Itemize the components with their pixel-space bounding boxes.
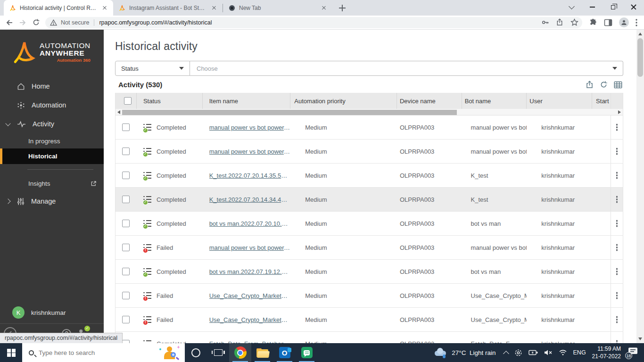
refresh-icon[interactable]	[600, 81, 608, 89]
start-button[interactable]	[0, 343, 22, 362]
sidebar-item-automation[interactable]: Automation	[0, 96, 104, 115]
wifi-icon[interactable]	[559, 349, 567, 356]
item-link[interactable]: manual power vs bot power.202...	[209, 148, 291, 155]
tab-bot-store[interactable]: Instagram Assistant - Bot Store	[113, 0, 223, 16]
row-checkbox[interactable]	[122, 220, 130, 227]
new-tab-button[interactable]	[336, 2, 348, 14]
meet-now-icon[interactable]	[514, 349, 522, 357]
row-actions-menu[interactable]	[612, 267, 622, 276]
task-view-button[interactable]	[207, 343, 229, 362]
share-icon[interactable]	[556, 18, 564, 26]
col-started[interactable]: Start	[592, 93, 611, 109]
notification-center-button[interactable]: 18	[627, 347, 639, 358]
minimize-button[interactable]	[582, 0, 603, 14]
scroll-down-arrow[interactable]	[638, 337, 642, 340]
filter-field-select[interactable]: Status	[115, 61, 190, 76]
row-checkbox[interactable]	[122, 148, 130, 155]
address-bar[interactable]: Not secure rpapoc.omfysgroup.com/#/activ…	[45, 17, 582, 28]
user-text: krishnkumar	[541, 292, 575, 299]
restore-button[interactable]	[603, 0, 623, 14]
filter-value-select[interactable]: Choose	[190, 61, 623, 76]
row-checkbox[interactable]	[122, 316, 130, 323]
taskbar-clock[interactable]: 11:59 AM 21-07-2022	[592, 345, 621, 360]
row-actions-menu[interactable]	[612, 195, 622, 204]
taskbar-file-explorer[interactable]	[251, 343, 273, 362]
taskbar-chrome[interactable]	[229, 343, 251, 362]
taskbar-outlook[interactable]	[273, 343, 296, 362]
scroll-right-arrow[interactable]	[618, 110, 621, 114]
row-checkbox[interactable]	[122, 196, 130, 203]
col-priority[interactable]: Automation priority	[290, 93, 397, 109]
col-bot-name[interactable]: Bot name	[462, 93, 527, 109]
volume-muted-icon[interactable]	[544, 349, 553, 356]
tab-new-tab[interactable]: New Tab	[223, 0, 332, 16]
sidebar-item-activity[interactable]: Activity	[0, 115, 104, 133]
item-link[interactable]: K_test.2022.07.20.14.34.49.krish...	[209, 196, 291, 203]
sidebar-item-home[interactable]: Home	[0, 77, 104, 96]
customize-columns-icon[interactable]	[614, 81, 622, 89]
item-link[interactable]: manual power vs bot power.202...	[209, 124, 291, 131]
forward-icon[interactable]	[16, 16, 29, 29]
reload-icon[interactable]	[29, 16, 42, 29]
row-actions-menu[interactable]	[612, 315, 622, 324]
row-checkbox[interactable]	[122, 123, 130, 131]
taskbar-search[interactable]	[22, 343, 185, 362]
bookmark-star-icon[interactable]	[570, 18, 578, 26]
sidebar-user[interactable]: K krishnkumar	[0, 306, 104, 319]
item-link[interactable]: manual power vs bot power.202...	[209, 244, 291, 251]
sidebar-item-insights[interactable]: Insights	[0, 175, 104, 192]
battery-icon[interactable]	[528, 349, 538, 356]
item-link[interactable]: Use_Case_Crypto_Market_Com...	[209, 316, 291, 323]
row-checkbox[interactable]	[122, 172, 130, 179]
item-link[interactable]: Use_Case_Crypto_Market_Com...	[209, 292, 291, 299]
row-actions-menu[interactable]	[612, 171, 622, 180]
col-user[interactable]: User	[527, 93, 592, 109]
col-status[interactable]: Status	[137, 93, 203, 109]
taskbar-chat-app[interactable]	[296, 343, 318, 362]
language-indicator[interactable]: ENG	[573, 349, 586, 356]
browser-menu-icon[interactable]	[636, 19, 637, 26]
row-actions-menu[interactable]	[612, 219, 622, 228]
extensions-puzzle-icon[interactable]	[589, 18, 597, 27]
tab-close-icon[interactable]	[210, 4, 218, 12]
row-actions-menu[interactable]	[612, 147, 622, 156]
sidebar-item-historical[interactable]: Historical	[0, 148, 104, 164]
tab-search-icon[interactable]	[561, 0, 582, 14]
row-checkbox[interactable]	[122, 244, 130, 251]
item-link[interactable]: bot vs man.2022.07.20.10.12.07.k...	[209, 220, 291, 227]
page-scrollbar[interactable]	[636, 30, 644, 343]
sidebar-item-manage[interactable]: Manage	[0, 192, 104, 211]
horizontal-scroll-thumb[interactable]	[122, 110, 457, 115]
started-cell	[592, 115, 611, 139]
scroll-up-arrow[interactable]	[638, 33, 642, 35]
close-button[interactable]	[623, 0, 644, 14]
search-input[interactable]	[39, 349, 152, 356]
tab-control-room[interactable]: Historical activity | Control Room	[4, 0, 113, 16]
side-panel-icon[interactable]	[604, 18, 612, 27]
password-key-icon[interactable]	[541, 18, 549, 26]
tray-expand-icon[interactable]	[503, 351, 509, 357]
item-link[interactable]: K_test.2022.07.20.14.35.55.krish...	[209, 172, 291, 179]
row-checkbox[interactable]	[122, 340, 130, 343]
horizontal-scrollbar[interactable]	[116, 109, 623, 115]
row-actions-menu[interactable]	[612, 123, 622, 132]
profile-avatar[interactable]	[619, 17, 629, 27]
export-icon[interactable]	[586, 81, 594, 89]
row-checkbox[interactable]	[122, 292, 130, 299]
taskbar-weather[interactable]: 27°C Light rain	[433, 348, 495, 357]
row-actions-menu[interactable]	[612, 243, 622, 252]
scroll-left-arrow[interactable]	[117, 110, 120, 114]
back-icon[interactable]	[3, 16, 16, 29]
sidebar-item-in-progress[interactable]: In progress	[0, 133, 104, 148]
row-actions-menu[interactable]	[612, 291, 622, 300]
tab-close-icon[interactable]	[320, 4, 328, 12]
tab-close-icon[interactable]	[101, 4, 108, 12]
item-link[interactable]: bot vs man.2022.07.19.12.14.11.k...	[209, 268, 291, 275]
col-device-name[interactable]: Device name	[397, 93, 462, 109]
select-all-checkbox[interactable]	[124, 97, 132, 105]
cortana-button[interactable]	[185, 343, 207, 362]
vertical-scroll-thumb[interactable]	[637, 38, 643, 77]
row-checkbox[interactable]	[122, 268, 130, 275]
col-item-name[interactable]: Item name	[203, 93, 291, 109]
row-actions-menu[interactable]	[612, 339, 622, 343]
